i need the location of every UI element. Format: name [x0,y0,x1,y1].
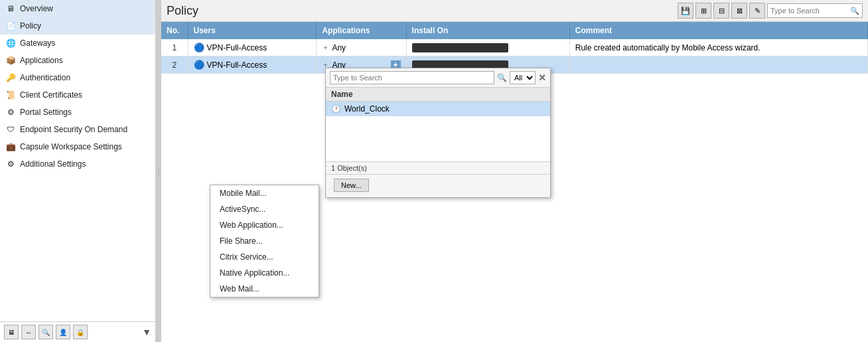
user-icon-0: 🔵 [194,43,204,52]
popup-actions: New... [326,174,550,197]
popup-filter-select[interactable]: All [510,71,536,84]
cell-no-0: 1 [161,39,188,56]
main-toolbar: 💾 ⊞ ⊟ ⊠ ✎ 🔍 [678,3,863,19]
popup-status: 1 Object(s) [326,161,550,174]
sidebar-label-endpoint-security: Endpoint Security On Demand [20,125,127,134]
cell-user-0: 🔵 VPN-Full-Access [188,39,317,56]
user-label-1: VPN-Full-Access [207,60,267,70]
policy-table: No. Users Applications Install On Commen… [161,22,868,74]
col-comment: Comment [569,22,867,39]
cell-comment-0: Rule created automatically by Mobile Acc… [569,39,867,56]
cell-user-1: 🔵 VPN-Full-Access [188,56,317,74]
endpoint-security-icon: 🛡 [5,124,16,135]
sidebar-label-authentication: Authentication [20,73,70,82]
col-applications: Applications [317,22,406,39]
sidebar-label-policy: Policy [20,21,41,31]
main-search-icon: 🔍 [850,7,859,15]
gateways-icon: 🌐 [5,38,16,48]
save-toolbar-btn[interactable]: 💾 [678,3,693,19]
context-menu-citrix-service[interactable]: Citrix Service... [210,249,319,265]
sidebar-item-client-certificates[interactable]: 📜Client Certificates [0,86,155,104]
popup-search-input[interactable] [333,74,491,82]
cell-install-0: ██████████████ [406,39,569,56]
context-menu-activesync[interactable]: ActiveSync... [210,201,319,217]
sidebar-footer: 🖥 ↔ 🔍 👤 🔒 ▼ [0,321,155,342]
sidebar-item-capsule-workspace[interactable]: 💼Capsule Workspace Settings [0,138,155,155]
portal-settings-icon: ⚙ [5,107,16,118]
application-popup: 🔍 All ✕ Name 🕐 World_Clock 1 Object(s) N… [325,68,551,198]
sidebar-nav: 🖥Overview📄Policy🌐Gateways📦Applications🔑A… [0,0,155,321]
popup-search-box[interactable] [330,71,494,84]
context-menu-web-mail[interactable]: Web Mail... [210,281,319,297]
authentication-icon: 🔑 [5,72,16,83]
sidebar-label-overview: Overview [20,4,53,13]
settings-toolbar-btn[interactable]: ✎ [749,3,765,19]
sidebar-label-client-certificates: Client Certificates [20,90,82,100]
expand-icon[interactable]: ▼ [142,327,151,337]
lock-button[interactable]: 🔒 [73,325,88,339]
popup-new-button[interactable]: New... [334,179,369,192]
app-plus-icon-0: ＋ [322,43,329,52]
user-icon-1: 🔵 [194,60,204,70]
popup-search-icon: 🔍 [497,73,507,82]
sidebar-item-policy[interactable]: 📄Policy [0,17,155,35]
install-value-0: ██████████████ [412,43,508,52]
main-search-box[interactable]: 🔍 [767,3,863,18]
grid2-toolbar-btn[interactable]: ⊟ [713,3,729,19]
sidebar-label-gateways: Gateways [20,39,55,48]
context-menu-native-application[interactable]: Native Application... [210,265,319,281]
main-search-input[interactable] [770,7,850,15]
policy-icon: 📄 [5,21,16,31]
page-title: Policy [167,4,198,18]
monitor-button[interactable]: 🖥 [4,325,19,339]
sidebar-item-portal-settings[interactable]: ⚙Portal Settings [0,104,155,121]
popup-search-row: 🔍 All ✕ [326,68,550,88]
overview-icon: 🖥 [5,3,16,14]
sidebar-item-endpoint-security[interactable]: 🛡Endpoint Security On Demand [0,121,155,138]
col-install-on: Install On [406,22,569,39]
col-no: No. [161,22,188,39]
user-button[interactable]: 👤 [56,325,70,339]
user-label-0: VPN-Full-Access [207,43,267,52]
context-menu: Mobile Mail... ActiveSync... Web Applica… [210,185,319,298]
table-row[interactable]: 1 🔵 VPN-Full-Access ＋ Any ██████████████… [161,39,868,56]
capsule-workspace-icon: 💼 [5,141,16,152]
context-menu-web-application[interactable]: Web Application... [210,217,319,233]
table-toolbar-btn[interactable]: ⊠ [731,3,747,19]
popup-list: 🕐 World_Clock [326,102,550,161]
cell-comment-1 [569,56,867,74]
popup-list-item[interactable]: 🕐 World_Clock [326,102,550,116]
additional-settings-icon: ⚙ [5,159,16,169]
arrow-button[interactable]: ↔ [21,325,36,339]
world-clock-icon: 🕐 [331,104,341,114]
app-label-0: Any [332,43,346,52]
magnify-button[interactable]: 🔍 [38,325,53,339]
sidebar-item-applications[interactable]: 📦Applications [0,52,155,69]
main-header: Policy 💾 ⊞ ⊟ ⊠ ✎ 🔍 [161,0,868,22]
client-certificates-icon: 📜 [5,90,16,100]
sidebar-item-additional-settings[interactable]: ⚙Additional Settings [0,155,155,173]
sidebar-label-additional-settings: Additional Settings [20,159,86,169]
context-menu-file-share[interactable]: File Share... [210,233,319,249]
sidebar-label-applications: Applications [20,56,63,65]
sidebar-item-overview[interactable]: 🖥Overview [0,0,155,17]
popup-list-header: Name [326,88,550,102]
sidebar-item-gateways[interactable]: 🌐Gateways [0,35,155,52]
sidebar-item-authentication[interactable]: 🔑Authentication [0,69,155,86]
sidebar-label-portal-settings: Portal Settings [20,108,72,117]
context-menu-mobile-mail[interactable]: Mobile Mail... [210,185,319,201]
popup-close-button[interactable]: ✕ [538,73,546,82]
cell-no-1: 2 [161,56,188,74]
cell-app-0: ＋ Any [317,39,406,56]
sidebar-label-capsule-workspace: Capsule Workspace Settings [20,142,122,151]
grid-toolbar-btn[interactable]: ⊞ [695,3,711,19]
col-users: Users [188,22,317,39]
resize-handle[interactable]: ⋮ [156,0,161,342]
sidebar: 🖥Overview📄Policy🌐Gateways📦Applications🔑A… [0,0,156,342]
applications-icon: 📦 [5,55,16,66]
popup-box: 🔍 All ✕ Name 🕐 World_Clock 1 Object(s) N… [325,68,551,198]
popup-item-label: World_Clock [344,104,390,114]
